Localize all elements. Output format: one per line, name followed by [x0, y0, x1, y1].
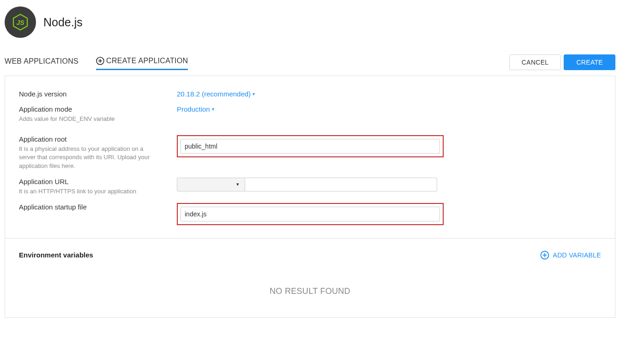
tab-web-applications[interactable]: WEB APPLICATIONS	[5, 57, 78, 69]
tab-label: CREATE APPLICATION	[106, 57, 188, 65]
tabs: WEB APPLICATIONS CREATE APPLICATION	[5, 57, 188, 70]
hint-app-root: It is a physical address to your applica…	[19, 145, 157, 170]
row-app-url: Application URL It is an HTTP/HTTPS link…	[19, 178, 601, 196]
tabs-row: WEB APPLICATIONS CREATE APPLICATION CANC…	[0, 54, 620, 72]
input-app-url-path[interactable]	[245, 178, 437, 191]
dropdown-node-version[interactable]: 20.18.2 (recommended) ▾	[177, 90, 255, 98]
action-buttons: CANCEL CREATE	[509, 54, 615, 70]
nodejs-logo: JS	[5, 6, 36, 38]
form-panel: Node.js version 20.18.2 (recommended) ▾ …	[5, 76, 615, 318]
input-startup-file[interactable]	[181, 207, 440, 221]
dropdown-value: 20.18.2 (recommended)	[177, 90, 251, 98]
url-input-group: ▾	[177, 178, 437, 191]
dropdown-url-domain[interactable]: ▾	[177, 178, 245, 191]
env-vars-empty: NO RESULT FOUND	[19, 260, 601, 302]
page-header: JS Node.js	[0, 0, 620, 44]
input-app-root[interactable]	[181, 139, 440, 154]
svg-text:JS: JS	[16, 19, 24, 26]
dropdown-app-mode[interactable]: Production ▾	[177, 105, 214, 113]
create-button[interactable]: CREATE	[564, 54, 615, 70]
caret-down-icon: ▾	[236, 181, 239, 187]
hint-app-mode: Adds value for NODE_ENV variable	[19, 115, 157, 123]
env-vars-header: Environment variables ADD VARIABLE	[19, 251, 601, 260]
add-variable-label: ADD VARIABLE	[553, 251, 602, 259]
caret-down-icon: ▾	[212, 107, 214, 112]
label-node-version: Node.js version	[19, 90, 177, 98]
plus-circle-icon	[540, 251, 549, 260]
label-app-root: Application root	[19, 135, 177, 143]
label-startup-file: Application startup file	[19, 203, 177, 211]
nodejs-icon: JS	[11, 13, 30, 31]
label-app-url: Application URL	[19, 178, 177, 185]
add-variable-button[interactable]: ADD VARIABLE	[540, 251, 602, 260]
env-vars-section: Environment variables ADD VARIABLE NO RE…	[5, 238, 615, 317]
highlight-startup-file	[177, 203, 444, 225]
highlight-app-root	[177, 135, 444, 157]
row-startup-file: Application startup file	[19, 203, 601, 225]
plus-circle-icon	[96, 57, 104, 65]
env-vars-title: Environment variables	[19, 251, 93, 259]
caret-down-icon: ▾	[253, 91, 255, 96]
page-title: Node.js	[43, 16, 83, 29]
tab-create-application[interactable]: CREATE APPLICATION	[96, 57, 188, 70]
row-app-mode: Application mode Adds value for NODE_ENV…	[19, 105, 601, 123]
dropdown-value: Production	[177, 105, 210, 113]
label-app-mode: Application mode	[19, 105, 177, 113]
tab-label: WEB APPLICATIONS	[5, 57, 78, 66]
hint-app-url: It is an HTTP/HTTPS link to your applica…	[19, 187, 157, 196]
row-node-version: Node.js version 20.18.2 (recommended) ▾	[19, 90, 601, 100]
row-app-root: Application root It is a physical addres…	[19, 135, 601, 170]
cancel-button[interactable]: CANCEL	[509, 54, 561, 70]
